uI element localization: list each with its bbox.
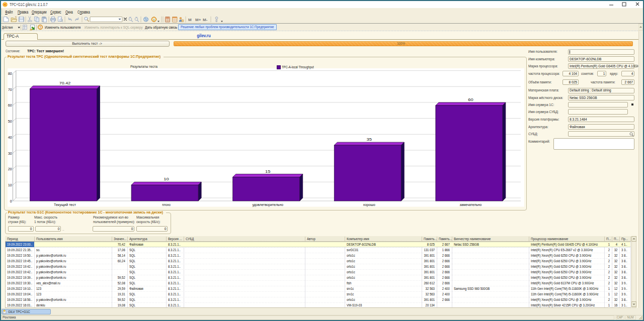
svg-text:50: 50 xyxy=(8,119,12,124)
svg-text:60: 60 xyxy=(8,103,12,108)
svg-text:удовлетворительно: удовлетворительно xyxy=(252,202,283,207)
svg-text:плохо: плохо xyxy=(162,202,171,207)
svg-text:10: 10 xyxy=(164,177,169,181)
svg-text:30: 30 xyxy=(8,151,12,156)
svg-text:70: 70 xyxy=(8,87,12,92)
svg-text:20: 20 xyxy=(8,167,12,171)
svg-text:i: i xyxy=(153,18,154,21)
svg-text:M: M xyxy=(188,18,192,22)
svg-text:замечательно: замечательно xyxy=(459,202,481,207)
svg-text:хорошо: хорошо xyxy=(363,202,375,207)
svg-text:70.42: 70.42 xyxy=(59,81,71,85)
svg-text:80: 80 xyxy=(8,71,12,76)
svg-text:10: 10 xyxy=(8,183,12,187)
svg-text:M+: M+ xyxy=(195,18,201,22)
svg-text:35: 35 xyxy=(367,137,372,142)
svg-text:M-: M- xyxy=(203,18,208,22)
svg-text:?: ? xyxy=(39,26,41,29)
svg-text:40: 40 xyxy=(8,135,12,140)
svg-text:15: 15 xyxy=(265,169,271,174)
svg-text:0: 0 xyxy=(10,199,12,203)
svg-text:60: 60 xyxy=(468,97,473,102)
svg-text:1C: 1C xyxy=(3,3,7,6)
svg-text:Текущий тест: Текущий тест xyxy=(54,202,76,207)
